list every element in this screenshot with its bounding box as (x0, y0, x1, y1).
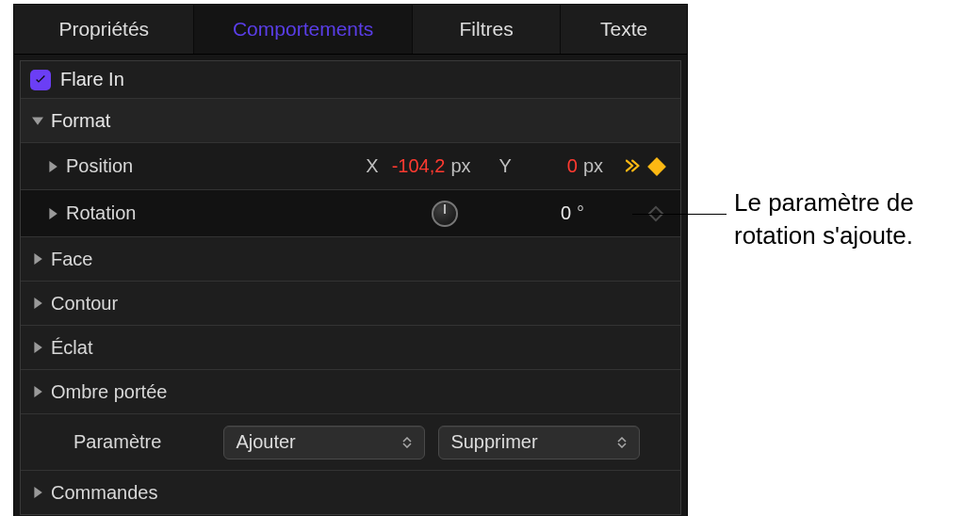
caret-up-down-icon (401, 437, 413, 448)
chevron-right-icon (30, 340, 45, 355)
annotation-text-line2: rotation s'ajoute. (734, 221, 913, 250)
section-label: Contour (51, 293, 118, 314)
annotation-callout: Le paramètre de rotation s'ajoute. (734, 186, 960, 252)
panel-body: Flare In Format Position X -104,2 px Y 0… (14, 60, 687, 516)
rotation-label: Rotation (66, 202, 137, 224)
chevron-right-icon (30, 251, 45, 266)
section-commands[interactable]: Commandes (21, 470, 680, 514)
next-keyframe-icon[interactable] (626, 155, 643, 177)
tab-filters[interactable]: Filtres (413, 5, 562, 54)
section-outline[interactable]: Contour (21, 281, 680, 325)
param-position: Position X -104,2 px Y 0 px (21, 142, 680, 189)
position-label: Position (66, 155, 133, 177)
position-x-unit: px (450, 155, 470, 177)
popup-label: Ajouter (236, 431, 295, 453)
popup-label: Supprimer (450, 431, 537, 453)
annotation-leader-line (632, 214, 727, 215)
position-x-value[interactable]: -104,2 (392, 155, 446, 177)
behavior-title: Flare In (60, 69, 124, 90)
behavior-title-row: Flare In (21, 61, 680, 98)
enable-checkbox[interactable] (30, 70, 51, 90)
chevron-right-icon (30, 296, 45, 311)
parameter-row: Paramètre Ajouter Supprimer (21, 413, 680, 470)
chevron-right-icon (30, 485, 45, 500)
behavior-block: Flare In Format Position X -104,2 px Y 0… (20, 60, 681, 515)
section-shadow[interactable]: Ombre portée (21, 369, 680, 413)
keyframe-controls-position[interactable] (626, 155, 663, 177)
rotation-unit: ° (577, 202, 584, 224)
tab-properties[interactable]: Propriétés (14, 5, 194, 54)
section-label: Format (51, 110, 110, 132)
axis-x-label: X (366, 155, 378, 177)
section-face[interactable]: Face (21, 236, 680, 281)
rotation-dial[interactable] (432, 201, 458, 227)
section-format[interactable]: Format (21, 98, 680, 142)
tab-behaviors[interactable]: Comportements (194, 5, 412, 54)
rotation-value[interactable]: 0 (543, 202, 571, 224)
section-glow[interactable]: Éclat (21, 325, 680, 369)
chevron-right-icon (30, 384, 45, 399)
section-label: Ombre portée (51, 381, 167, 403)
keyframe-diamond-icon[interactable] (647, 157, 666, 176)
position-y-value[interactable]: 0 (549, 155, 578, 177)
section-label: Face (51, 249, 92, 270)
annotation-text-line1: Le paramètre de (734, 188, 914, 217)
remove-parameter-popup[interactable]: Supprimer (438, 426, 640, 460)
tab-text[interactable]: Texte (561, 5, 687, 54)
section-label: Commandes (51, 482, 157, 504)
chevron-right-icon[interactable] (45, 206, 60, 221)
inspector-panel: Propriétés Comportements Filtres Texte F… (13, 4, 688, 516)
axis-y-label: Y (499, 155, 512, 177)
param-rotation: Rotation 0 ° (21, 189, 680, 236)
parameter-label: Paramètre (74, 431, 161, 453)
chevron-right-icon[interactable] (45, 159, 60, 174)
add-parameter-popup[interactable]: Ajouter (223, 426, 425, 460)
position-y-unit: px (583, 155, 603, 177)
section-label: Éclat (51, 337, 92, 359)
chevron-down-icon (30, 113, 45, 128)
caret-up-down-icon (616, 437, 628, 448)
tab-bar: Propriétés Comportements Filtres Texte (14, 5, 687, 55)
